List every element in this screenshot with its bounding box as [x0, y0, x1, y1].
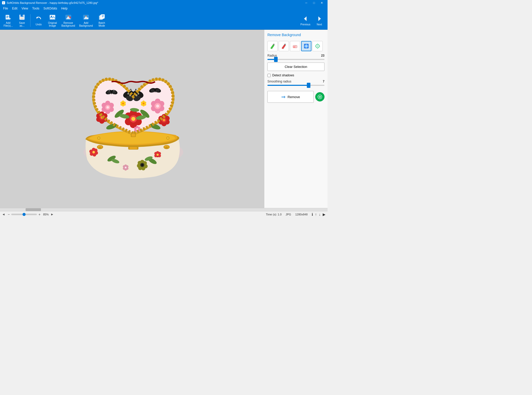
remove-background-icon [65, 14, 72, 21]
svg-point-85 [135, 89, 136, 90]
right-panel: Remove Background [264, 30, 328, 208]
radius-section: Radius 23 [267, 54, 324, 60]
remove-background-brush-button[interactable] [279, 41, 289, 51]
original-image-label: Original Image [48, 22, 57, 27]
remove-section: ⇒ Remove [267, 91, 324, 103]
undo-button[interactable]: Undo [32, 14, 45, 27]
eraser-tool-button[interactable] [290, 41, 300, 51]
canvas-area[interactable] [0, 30, 264, 208]
smoothing-radius-section: Smoothing radius 7 [267, 80, 324, 86]
remove-arrow-icon: ⇒ [281, 94, 286, 100]
smoothing-radius-slider[interactable] [267, 85, 324, 86]
previous-icon [302, 15, 309, 22]
svg-point-123 [106, 106, 109, 109]
status-right: Time (s): 1.0 JPG 1280x848 ℹ ↑ ↓ ▶ [266, 212, 325, 216]
close-button[interactable]: ✕ [318, 0, 325, 6]
save-as-icon [18, 14, 26, 21]
zoom-slider[interactable] [11, 214, 37, 215]
toolbar-nav: Previous Next [299, 14, 326, 27]
svg-point-191 [317, 46, 318, 47]
svg-rect-176 [273, 44, 275, 45]
menu-edit[interactable]: Edit [10, 6, 19, 11]
svg-point-90 [111, 91, 112, 94]
status-icons: ℹ ↑ ↓ ▶ [312, 212, 325, 216]
svg-point-14 [68, 16, 69, 17]
svg-point-18 [85, 16, 86, 17]
previous-button[interactable]: Previous [299, 14, 312, 27]
next-label: Next [317, 23, 322, 26]
toolbar-separator-1 [30, 14, 30, 27]
add-files-button[interactable]: Add File(s)... [2, 12, 15, 28]
svg-point-153 [122, 103, 124, 105]
svg-point-84 [130, 89, 131, 90]
radius-value: 23 [321, 54, 324, 57]
menu-file[interactable]: File [1, 6, 10, 11]
svg-point-115 [156, 105, 159, 108]
main-content: Remove Background [0, 30, 328, 208]
window-title: SoftOrbits Background Remover - happy-bi… [7, 1, 98, 4]
window-controls: ─ □ ✕ [302, 0, 325, 6]
zoom-minus-button[interactable]: − [7, 212, 10, 216]
svg-point-31 [98, 137, 100, 139]
menu-softorbits[interactable]: SoftOrbits [41, 6, 59, 11]
scroll-right-arrow[interactable]: ▶ [51, 213, 54, 216]
original-image-icon [49, 14, 56, 21]
svg-rect-184 [305, 45, 307, 47]
svg-point-194 [319, 96, 320, 97]
clear-selection-button[interactable]: Clear Selection [267, 63, 324, 71]
svg-marker-27 [304, 16, 307, 21]
svg-point-60 [141, 164, 143, 166]
save-as-button[interactable]: Save as... [15, 12, 29, 28]
batch-mode-icon [98, 14, 105, 21]
next-button[interactable]: Next [313, 14, 326, 27]
remove-background-label: Remove Background [61, 22, 75, 27]
original-image-button[interactable]: Original Image [46, 12, 59, 28]
magic-wand-tool-button[interactable] [312, 41, 323, 51]
batch-mode-button[interactable]: Batch Mode [95, 12, 108, 28]
svg-point-175 [165, 147, 168, 149]
undo-label: Undo [36, 23, 42, 26]
svg-rect-35 [129, 147, 137, 149]
settings-icon[interactable]: ▶ [323, 212, 325, 216]
menu-help[interactable]: Help [59, 6, 70, 11]
menu-view[interactable]: View [19, 6, 30, 11]
maximize-button[interactable]: □ [310, 0, 318, 6]
time-label: Time (s): 1.0 [266, 213, 281, 216]
svg-point-99 [155, 88, 156, 89]
svg-rect-11 [50, 15, 55, 19]
horizontal-scrollbar[interactable] [0, 208, 328, 211]
add-background-label: Add Background [79, 22, 93, 27]
svg-point-33 [167, 137, 169, 139]
svg-point-139 [163, 119, 165, 121]
radius-slider[interactable] [267, 59, 324, 60]
process-button[interactable] [315, 92, 324, 101]
add-files-icon [5, 14, 12, 21]
auto-select-tool-button[interactable] [301, 41, 311, 51]
dimensions-label: 1280x848 [295, 213, 308, 216]
smoothing-radius-label: Smoothing radius [267, 80, 291, 83]
detect-shadows-checkbox[interactable] [267, 74, 271, 77]
svg-rect-9 [23, 15, 23, 16]
scroll-left-arrow[interactable]: ◀ [2, 213, 5, 216]
svg-point-160 [143, 103, 145, 105]
remove-label: Remove [288, 95, 300, 99]
remove-background-button[interactable]: Remove Background [60, 12, 77, 28]
next-icon [316, 15, 323, 22]
remove-button[interactable]: ⇒ Remove [267, 91, 314, 103]
detect-shadows-label: Detect shadows [272, 74, 294, 77]
share-icon[interactable]: ↑ [315, 212, 317, 216]
add-files-label: Add File(s)... [4, 22, 13, 27]
minimize-button[interactable]: ─ [302, 0, 310, 6]
info-icon[interactable]: ℹ [312, 212, 313, 216]
horizontal-scrollbar-thumb[interactable] [26, 208, 41, 211]
download-icon[interactable]: ↓ [319, 212, 321, 216]
keep-foreground-tool-button[interactable] [267, 41, 278, 51]
zoom-plus-button[interactable]: + [38, 212, 41, 216]
zoom-level: 85% [43, 213, 49, 216]
toolbar: Add File(s)... Save as... Undo [0, 11, 328, 30]
svg-point-107 [131, 117, 135, 121]
svg-rect-178 [284, 44, 286, 45]
menu-tools[interactable]: Tools [30, 6, 41, 11]
image-container [60, 52, 204, 185]
add-background-button[interactable]: Add Background [77, 12, 94, 28]
